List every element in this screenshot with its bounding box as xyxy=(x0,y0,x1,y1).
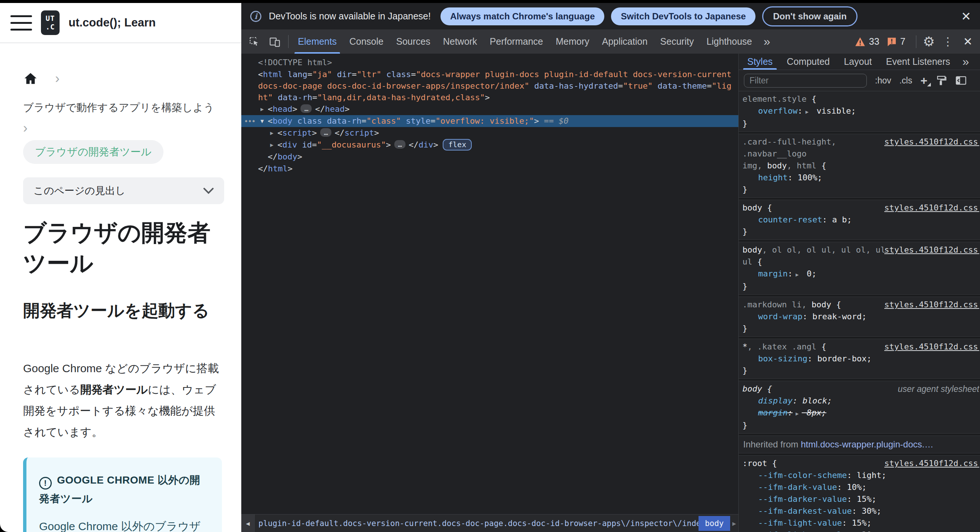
style-rule: styles.4510f12d.css:1.card--full-height,… xyxy=(739,134,980,198)
warning-icon[interactable] xyxy=(855,37,865,46)
more-tabs-icon[interactable]: » xyxy=(759,29,776,54)
stylesheet-link[interactable]: styles.4510f12d.css:1 xyxy=(884,299,979,311)
stylesheet-link[interactable]: styles.4510f12d.css:1 xyxy=(884,457,979,470)
sidebar-tab-computed[interactable]: Computed xyxy=(780,54,837,70)
alert-circle-icon: ! xyxy=(39,477,52,489)
dom-tree-row[interactable]: ▶<head>…</head> xyxy=(241,103,738,115)
expand-children-button[interactable]: … xyxy=(301,104,312,113)
always-match-chrome-s-language-button[interactable]: Always match Chrome's language xyxy=(441,8,605,25)
section-heading: 開発者ツールを起動する xyxy=(23,299,222,322)
settings-gear-icon[interactable]: ⚙ xyxy=(923,34,935,49)
css-property[interactable]: counter-reset: a b; xyxy=(743,214,978,226)
tab-security[interactable]: Security xyxy=(654,29,700,54)
chevron-down-icon xyxy=(203,187,214,194)
dom-tree-row[interactable]: ▶<div id="__docusaurus">…</div>flex xyxy=(241,139,738,151)
breadcrumb-scroll-left-icon[interactable]: ◀ xyxy=(241,514,255,532)
toolbar-divider xyxy=(288,35,289,48)
style-rule: styles.4510f12d.css:1body, ol ol, ol ul,… xyxy=(739,242,980,294)
tab-performance[interactable]: Performance xyxy=(483,29,549,54)
breadcrumb-body-crumb[interactable]: body xyxy=(698,516,730,531)
section-divider xyxy=(739,336,980,339)
menu-icon[interactable] xyxy=(10,15,32,30)
expand-value-icon[interactable]: ▶ xyxy=(796,411,799,417)
stylesheet-link[interactable]: styles.4510f12d.css:1 xyxy=(884,341,979,353)
site-title[interactable]: ut.code(); Learn xyxy=(68,16,156,29)
issues-icon[interactable] xyxy=(887,37,897,46)
breadcrumb-html-crumb[interactable]: plugin-id-default.docs-version-current.d… xyxy=(255,519,698,528)
expand-value-icon[interactable]: ▶ xyxy=(796,272,799,277)
css-property[interactable]: --ifm-lighter-value: 30%; xyxy=(743,529,978,532)
section-divider xyxy=(739,132,980,134)
css-property[interactable]: margin:▶ 8px; xyxy=(743,407,978,419)
tab-lighthouse[interactable]: Lighthouse xyxy=(700,29,758,54)
stylesheet-link[interactable]: styles.4510f12d.css:1 xyxy=(884,136,979,148)
css-property[interactable]: box-sizing: border-box; xyxy=(743,353,978,365)
inspect-element-icon[interactable] xyxy=(244,29,264,54)
device-toolbar-icon[interactable] xyxy=(264,29,285,54)
tab-memory[interactable]: Memory xyxy=(549,29,595,54)
css-property[interactable]: --ifm-light-value: 15%; xyxy=(743,517,978,529)
new-style-rule-icon[interactable]: + xyxy=(920,75,928,86)
expand-children-button[interactable]: … xyxy=(394,140,406,149)
expand-arrow-icon[interactable]: ▶ xyxy=(268,139,276,151)
stylesheet-origin-label: user agent stylesheet xyxy=(898,383,979,395)
expand-children-button[interactable]: … xyxy=(320,128,331,137)
css-property[interactable]: --ifm-darker-value: 15%; xyxy=(743,493,978,505)
toc-collapse-button[interactable]: このページの見出し xyxy=(23,177,224,204)
dom-tree-row[interactable]: •••▼<body class data-rh="class" style="o… xyxy=(241,115,738,127)
css-property[interactable]: height: 100%; xyxy=(743,172,978,184)
expand-arrow-icon[interactable]: ▶ xyxy=(258,103,266,115)
dom-tree-row[interactable]: ▶<script>…</script> xyxy=(241,127,738,139)
switch-devtools-to-japanese-button[interactable]: Switch DevTools to Japanese xyxy=(611,8,756,25)
site-logo[interactable]: UT .C xyxy=(41,10,60,35)
toggle-sidebar-icon[interactable] xyxy=(955,75,967,86)
css-property[interactable]: word-wrap: break-word; xyxy=(743,311,978,323)
dom-tree-row[interactable]: <html lang="ja" dir="ltr" class="docs-wr… xyxy=(241,68,738,103)
breadcrumb-section-link[interactable]: ブラウザで動作するアプリを構築しよう xyxy=(23,100,222,115)
sidebar-tab-styles[interactable]: Styles xyxy=(740,54,780,70)
element-breadcrumb-bar: ◀ plugin-id-default.docs-version-current… xyxy=(241,514,738,532)
breadcrumb: › xyxy=(23,72,222,86)
paint-brush-icon[interactable] xyxy=(936,75,947,86)
flex-badge[interactable]: flex xyxy=(443,139,472,151)
expand-value-icon[interactable]: ▶ xyxy=(805,109,808,115)
chevron-right-icon: › xyxy=(55,72,60,85)
css-property[interactable]: --ifm-dark-value: 10%; xyxy=(743,481,978,493)
expand-arrow-icon[interactable]: ▶ xyxy=(268,127,276,139)
tab-elements[interactable]: Elements xyxy=(291,29,343,54)
tab-network[interactable]: Network xyxy=(437,29,484,54)
style-rule: user agent stylesheetbody {display: bloc… xyxy=(739,381,980,433)
toggle-hover-state-button[interactable]: :hov xyxy=(875,76,891,86)
css-property[interactable]: --ifm-color-scheme: light; xyxy=(743,470,978,481)
collapse-arrow-icon[interactable]: ▼ xyxy=(258,115,266,127)
style-rule: styles.4510f12d.css:1:root {--ifm-color-… xyxy=(739,456,980,532)
devtools-close-icon[interactable]: ✕ xyxy=(961,35,975,48)
more-sidebar-tabs-icon[interactable]: » xyxy=(957,54,974,70)
section-divider xyxy=(739,239,980,242)
page-title: ブラウザの開発者ツール xyxy=(23,218,224,279)
notification-text: DevTools is now available in Japanese! xyxy=(269,11,431,22)
css-property[interactable]: display: block; xyxy=(743,395,978,407)
stylesheet-link[interactable]: styles.4510f12d.css:1 xyxy=(884,202,979,214)
css-property[interactable]: overflow:▶ visible; xyxy=(743,105,978,118)
dom-tree-row[interactable]: </html> xyxy=(241,163,738,175)
tab-console[interactable]: Console xyxy=(343,29,390,54)
dom-tree-row[interactable]: </body> xyxy=(241,151,738,163)
stylesheet-link[interactable]: styles.4510f12d.css:1 xyxy=(884,244,979,256)
home-icon[interactable] xyxy=(23,72,38,86)
don-t-show-again-button[interactable]: Don't show again xyxy=(762,6,858,27)
toggle-class-button[interactable]: .cls xyxy=(899,76,912,86)
dom-tree-row[interactable]: <!DOCTYPE html> xyxy=(241,57,738,68)
css-property[interactable]: margin:▶ 0; xyxy=(743,268,978,280)
sidebar-tab-layout[interactable]: Layout xyxy=(837,54,879,70)
tab-application[interactable]: Application xyxy=(596,29,654,54)
css-property[interactable]: --ifm-darkest-value: 30%; xyxy=(743,505,978,517)
sidebar-tab-event-listeners[interactable]: Event Listeners xyxy=(879,54,957,70)
kebab-menu-icon[interactable]: ⋮ xyxy=(939,35,957,48)
styles-pane-tabs: StylesComputedLayoutEvent Listeners» xyxy=(739,54,980,70)
rule-selector[interactable]: element.style { xyxy=(743,93,978,105)
inherited-element-link[interactable]: html.docs-wrapper.plugin-docs.… xyxy=(801,439,934,449)
styles-filter-input[interactable] xyxy=(744,74,867,88)
notification-close-icon[interactable]: ✕ xyxy=(961,9,971,24)
tab-sources[interactable]: Sources xyxy=(390,29,437,54)
